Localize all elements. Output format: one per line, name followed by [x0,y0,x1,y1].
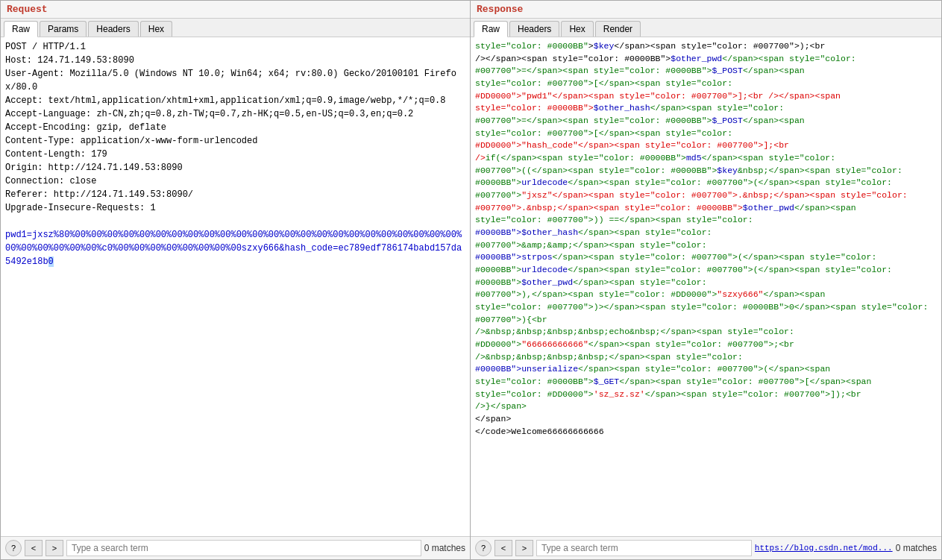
request-prev-button[interactable]: < [25,540,43,556]
tab-render-response[interactable]: Render [595,21,641,37]
tab-hex-request[interactable]: Hex [140,21,172,37]
request-tabs: Raw Params Headers Hex [1,19,470,37]
request-panel-title: Request [1,1,470,19]
request-next-button[interactable]: > [45,540,63,556]
response-content[interactable]: style="color: #0000BB">$key</span><span … [471,37,941,536]
tab-raw-response[interactable]: Raw [474,21,508,37]
response-search-bar: ? < > https://blog.csdn.net/mod... 0 mat… [471,536,941,559]
response-search-input[interactable] [536,540,752,556]
response-url: https://blog.csdn.net/mod... [755,544,893,553]
response-help-button[interactable]: ? [475,540,492,556]
request-search-input[interactable] [66,540,421,556]
response-panel: Response Raw Headers Hex Render style="c… [470,0,942,560]
panels-row: Request Raw Params Headers Hex POST / HT… [0,0,942,560]
tab-headers-response[interactable]: Headers [509,21,559,37]
main-container: Request Raw Params Headers Hex POST / HT… [0,0,942,560]
response-next-button[interactable]: > [515,540,533,556]
response-prev-button[interactable]: < [494,540,512,556]
response-matches-count: 0 matches [896,543,937,553]
response-panel-title: Response [471,1,941,19]
request-matches-count: 0 matches [424,543,465,553]
tab-params-request[interactable]: Params [40,21,87,37]
tab-hex-response[interactable]: Hex [561,21,593,37]
tab-raw-request[interactable]: Raw [4,21,38,37]
response-tabs: Raw Headers Hex Render [471,19,941,37]
request-panel: Request Raw Params Headers Hex POST / HT… [0,0,470,560]
tab-headers-request[interactable]: Headers [88,21,138,37]
request-content[interactable]: POST / HTTP/1.1 Host: 124.71.149.53:8090… [1,37,470,536]
request-body: pwd1=jxsz%80%00%00%00%00%00%00%00%00%00%… [5,230,462,267]
request-search-bar: ? < > 0 matches [1,536,470,559]
request-help-button[interactable]: ? [5,540,22,556]
